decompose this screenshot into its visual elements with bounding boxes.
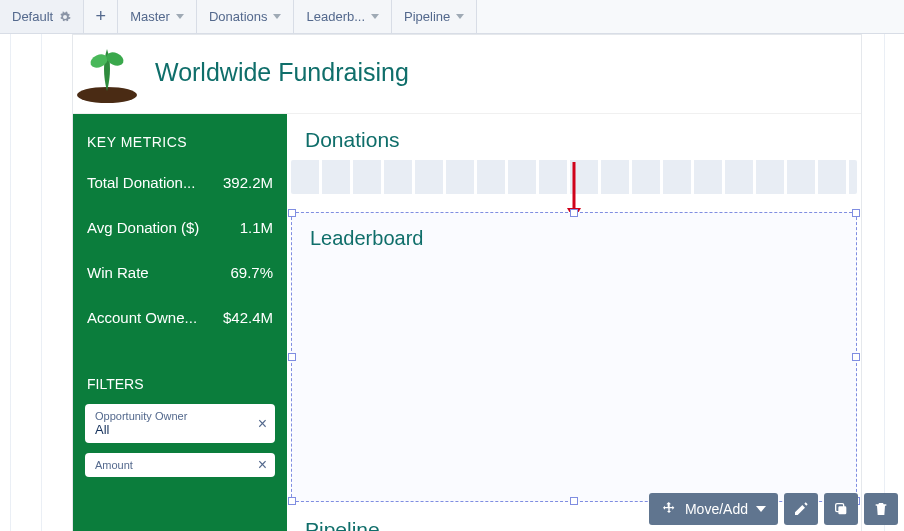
- metric-value: 392.2M: [223, 174, 273, 191]
- page-title: Worldwide Fundraising: [155, 58, 409, 87]
- edit-button[interactable]: [784, 493, 818, 525]
- move-add-button[interactable]: Move/Add: [649, 493, 778, 525]
- dashboard-card: Worldwide Fundraising KEY METRICS Total …: [72, 34, 862, 531]
- metric-label: Total Donation...: [87, 174, 195, 191]
- chevron-down-icon: [756, 506, 766, 512]
- tab-label: Master: [130, 9, 170, 24]
- resize-handle[interactable]: [852, 209, 860, 217]
- section-title-pipeline: Pipeline: [305, 518, 380, 531]
- selected-widget[interactable]: Leaderboard: [291, 212, 857, 502]
- filter-label: Opportunity Owner: [95, 410, 265, 422]
- move-icon: [661, 501, 677, 517]
- tab-label: Leaderb...: [306, 9, 365, 24]
- pencil-icon: [793, 501, 809, 517]
- sidebar: KEY METRICS Total Donation...392.2M Avg …: [73, 114, 287, 531]
- chevron-down-icon: [176, 14, 184, 19]
- trash-icon: [873, 501, 889, 517]
- widget-title: Leaderboard: [292, 213, 856, 264]
- filter-chip[interactable]: Opportunity Owner All ×: [85, 404, 275, 443]
- design-canvas: Worldwide Fundraising KEY METRICS Total …: [0, 34, 904, 531]
- metric-value: 1.1M: [240, 219, 273, 236]
- resize-handle[interactable]: [570, 209, 578, 217]
- metric-row: Avg Donation ($)1.1M: [73, 209, 287, 254]
- org-logo: [73, 41, 141, 103]
- metric-value: 69.7%: [230, 264, 273, 281]
- duplicate-button[interactable]: [824, 493, 858, 525]
- widget-toolbar: Move/Add: [649, 493, 898, 525]
- tab-label: Default: [12, 9, 53, 24]
- chevron-down-icon: [273, 14, 281, 19]
- dashboard-header: Worldwide Fundraising: [73, 35, 861, 114]
- filter-chip[interactable]: Amount ×: [85, 453, 275, 477]
- filter-label: Amount: [95, 459, 265, 471]
- resize-handle[interactable]: [288, 353, 296, 361]
- svg-rect-5: [838, 506, 846, 514]
- resize-handle[interactable]: [852, 353, 860, 361]
- tab-label: Pipeline: [404, 9, 450, 24]
- plus-icon: +: [95, 6, 106, 27]
- button-label: Move/Add: [685, 501, 748, 517]
- gear-icon: [59, 11, 71, 23]
- tab-label: Donations: [209, 9, 268, 24]
- resize-handle[interactable]: [288, 497, 296, 505]
- tab-leaderboard[interactable]: Leaderb...: [294, 0, 392, 33]
- chevron-down-icon: [456, 14, 464, 19]
- page-tabs: Default + Master Donations Leaderb... Pi…: [0, 0, 904, 34]
- metric-label: Win Rate: [87, 264, 149, 281]
- metric-value: $42.4M: [223, 309, 273, 326]
- resize-handle[interactable]: [570, 497, 578, 505]
- metric-label: Avg Donation ($): [87, 219, 199, 236]
- tab-pipeline[interactable]: Pipeline: [392, 0, 477, 33]
- metric-row: Win Rate69.7%: [73, 254, 287, 299]
- metric-row: Account Owne...$42.4M: [73, 299, 287, 344]
- chevron-down-icon: [371, 14, 379, 19]
- tab-default[interactable]: Default: [0, 0, 84, 33]
- section-title-donations: Donations: [287, 114, 861, 160]
- filter-value: All: [95, 422, 265, 437]
- resize-handle[interactable]: [288, 209, 296, 217]
- filters-header: FILTERS: [73, 344, 287, 404]
- metrics-header: KEY METRICS: [73, 130, 287, 164]
- metric-row: Total Donation...392.2M: [73, 164, 287, 209]
- main-area: Donations Leaderboard Pipeline: [287, 114, 861, 531]
- tab-donations[interactable]: Donations: [197, 0, 295, 33]
- close-icon[interactable]: ×: [258, 415, 267, 433]
- delete-button[interactable]: [864, 493, 898, 525]
- metric-label: Account Owne...: [87, 309, 197, 326]
- copy-icon: [833, 501, 849, 517]
- tab-master[interactable]: Master: [118, 0, 197, 33]
- tab-add[interactable]: +: [84, 0, 118, 33]
- close-icon[interactable]: ×: [258, 456, 267, 474]
